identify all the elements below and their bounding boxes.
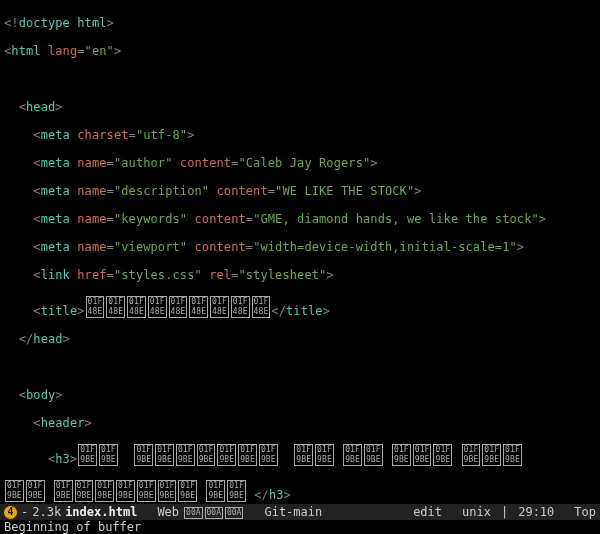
buffer-name[interactable]: index.html	[65, 505, 137, 519]
h3-emoji-glyphs-2: 01F9BE01F9BE	[4, 488, 46, 502]
buffer-size: 2.3k	[32, 505, 61, 519]
encoding: unix	[462, 505, 491, 519]
mode-line[interactable]: 4 - 2.3k index.html Web 00A00A00A Git-ma…	[0, 504, 600, 520]
modeline-glyphs: 00A00A00A	[183, 505, 244, 519]
edit-state: edit	[413, 505, 442, 519]
title-emoji-glyphs: 01F48E01F48E01F48E01F48E01F48E01F48E01F4…	[85, 304, 272, 318]
flycheck-indicator[interactable]: 4	[4, 506, 17, 519]
editor-buffer[interactable]: <!doctype html> <html lang="en"> <head> …	[0, 0, 600, 534]
major-mode[interactable]: Web	[157, 505, 179, 519]
echo-area: Beginning of buffer	[0, 520, 600, 534]
modeline-dash: -	[21, 505, 28, 519]
line-col: 29:10	[518, 505, 554, 519]
vc-branch[interactable]: Git-main	[264, 505, 322, 519]
h3-emoji-glyphs-1: 01F9BE01F9BE	[77, 452, 119, 466]
scroll-pos: Top	[574, 505, 596, 519]
